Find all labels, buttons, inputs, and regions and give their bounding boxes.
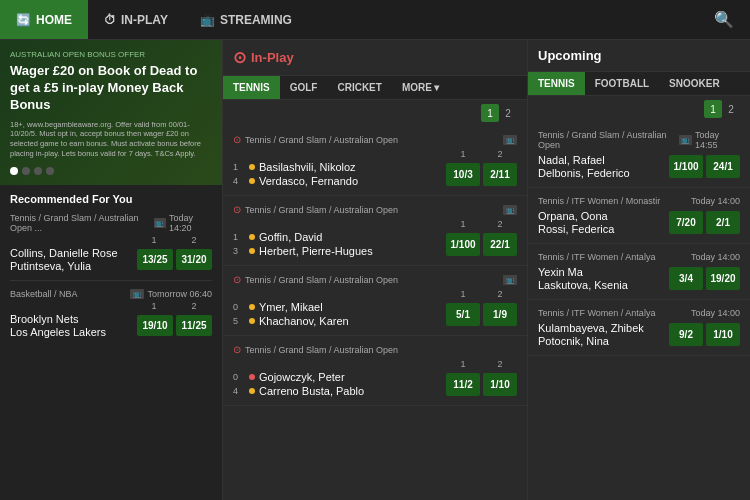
center-page-2[interactable]: 2 (499, 104, 517, 122)
center-match-3: ⊙ Tennis / Grand Slam / Australian Open … (223, 266, 527, 336)
center-col-4: 2 (483, 219, 517, 229)
right-match-1: Tennis / Grand Slam / Australian Open 📺 … (528, 122, 750, 188)
center-match-2-odd-1[interactable]: 1/100 (446, 233, 480, 256)
right-match-3-league: Tennis / ITF Women / Antalya (538, 252, 655, 262)
right-match-4-odds: 9/2 1/10 (669, 323, 740, 346)
right-match-4-odd-1[interactable]: 9/2 (669, 323, 703, 346)
c3-dot-1 (249, 304, 255, 310)
rec-match-1-col-labels: 1 2 (10, 235, 212, 245)
promo-dots (10, 167, 212, 175)
nav-streaming[interactable]: 📺 STREAMING (184, 0, 308, 39)
center-match-4-meta: ⊙ Tennis / Grand Slam / Australian Open (233, 344, 517, 355)
promo-dot-3[interactable] (34, 167, 42, 175)
right-match-2: Tennis / ITF Women / Monastir Today 14:0… (528, 188, 750, 244)
rec-match-2-teams: Brooklyn Nets Los Angeles Lakers (10, 313, 137, 338)
center-match-1-odd-2[interactable]: 2/11 (483, 163, 517, 186)
rec-match-1-odd-1[interactable]: 13/25 (137, 249, 173, 270)
col-label-2: 2 (176, 235, 212, 245)
right-page-2[interactable]: 2 (722, 100, 740, 118)
center-tab-cricket[interactable]: CRICKET (327, 76, 391, 99)
rec-match-2: Basketball / NBA 📺 Tomorrow 06:40 1 2 Br… (10, 289, 212, 338)
right-match-3-odd-1[interactable]: 3/4 (669, 267, 703, 290)
right-match-4-league: Tennis / ITF Women / Antalya (538, 308, 655, 318)
right-tab-tennis[interactable]: TENNIS (528, 72, 585, 95)
center-match-3-meta: ⊙ Tennis / Grand Slam / Australian Open … (233, 274, 517, 285)
center-match-2-team2-row: 3 Herbert, Pierre-Hugues (233, 245, 446, 257)
center-page-nums: 1 2 (223, 100, 527, 126)
center-match-1-team2: Verdasco, Fernando (259, 175, 358, 187)
right-match-1-odd-1[interactable]: 1/100 (669, 155, 703, 178)
center-match-3-team1: Ymer, Mikael (259, 301, 323, 313)
nav-home[interactable]: 🔄 HOME (0, 0, 88, 39)
rec-match-2-col-labels: 1 2 (10, 301, 212, 311)
right-match-3-odds: 3/4 19/20 (669, 267, 740, 290)
set-score-2: 4 (233, 176, 245, 186)
c3-set-1: 0 (233, 302, 245, 312)
center-match-2-team1: Goffin, David (259, 231, 322, 243)
search-button[interactable]: 🔍 (698, 10, 750, 29)
promo-dot-2[interactable] (22, 167, 30, 175)
center-match-2-league: Tennis / Grand Slam / Australian Open (245, 205, 398, 215)
center-match-1-odd-1[interactable]: 10/3 (446, 163, 480, 186)
tv-icon: 📺 (154, 218, 166, 228)
right-match-2-teams: Orpana, Oona Rossi, Federica (538, 210, 669, 235)
right-match-2-odd-1[interactable]: 7/20 (669, 211, 703, 234)
center-tab-more[interactable]: MORE ▾ (392, 76, 449, 99)
live-dot-1: ⊙ (233, 134, 241, 145)
center-match-4-odd-1[interactable]: 11/2 (446, 373, 480, 396)
center-col-7: 1 (446, 359, 480, 369)
right-match-4-time: Today 14:00 (691, 308, 740, 318)
center-match-2-row: 1 Goffin, David 3 Herbert, Pierre-Hugues… (233, 231, 517, 257)
rec-match-1-odd-2[interactable]: 31/20 (176, 249, 212, 270)
center-header: ⊙ In-Play (223, 40, 527, 76)
rec-match-1-meta: Tennis / Grand Slam / Australian Open ..… (10, 213, 212, 233)
c3-dot-2 (249, 318, 255, 324)
center-match-1-team1-row: 1 Basilashvili, Nikoloz (233, 161, 446, 173)
promo-dot-4[interactable] (46, 167, 54, 175)
right-header: Upcoming (528, 40, 750, 72)
center-match-2-odd-2[interactable]: 22/1 (483, 233, 517, 256)
rec-match-1-odds: 13/25 31/20 (137, 249, 212, 270)
right-tab-football[interactable]: FOOTBALL (585, 72, 659, 95)
center-match-4-odd-2[interactable]: 1/10 (483, 373, 517, 396)
center-tab-golf[interactable]: GOLF (280, 76, 328, 99)
search-icon: 🔍 (714, 11, 734, 28)
right-tab-snooker[interactable]: SNOOKER (659, 72, 730, 95)
right-match-2-time: Today 14:00 (691, 196, 740, 206)
right-match-1-team2: Delbonis, Federico (538, 167, 669, 179)
right-match-2-odd-2[interactable]: 2/1 (706, 211, 740, 234)
right-page-1[interactable]: 1 (704, 100, 722, 118)
right-match-1-league: Tennis / Grand Slam / Australian Open (538, 130, 679, 150)
tv-icon-2: 📺 (130, 289, 144, 299)
main-layout: AUSTRALIAN OPEN BONUS OFFER Wager £20 on… (0, 40, 750, 500)
nav-inplay[interactable]: ⏱ IN-PLAY (88, 0, 184, 39)
live-dot-2: ⊙ (233, 204, 241, 215)
center-match-3-odd-2[interactable]: 1/9 (483, 303, 517, 326)
rec-match-1-team1: Collins, Danielle Rose (10, 247, 137, 259)
promo-dot-1[interactable] (10, 167, 18, 175)
rec-match-1-team2: Putintseva, Yulia (10, 260, 137, 272)
center-match-1-team1: Basilashvili, Nikoloz (259, 161, 356, 173)
col-label-4: 2 (176, 301, 212, 311)
rec-match-2-odd-2[interactable]: 11/25 (176, 315, 212, 336)
dot-team2 (249, 178, 255, 184)
center-match-1: ⊙ Tennis / Grand Slam / Australian Open … (223, 126, 527, 196)
center-match-3-odd-1[interactable]: 5/1 (446, 303, 480, 326)
rec-match-2-odd-1[interactable]: 19/10 (137, 315, 173, 336)
right-match-4-meta: Tennis / ITF Women / Antalya Today 14:00 (538, 308, 740, 318)
center-match-3-team2-row: 5 Khachanov, Karen (233, 315, 446, 327)
c2-set-1: 1 (233, 232, 245, 242)
right-match-4-odd-2[interactable]: 1/10 (706, 323, 740, 346)
center-match-3-odds: 5/1 1/9 (446, 303, 517, 326)
center-page-1[interactable]: 1 (481, 104, 499, 122)
right-match-4: Tennis / ITF Women / Antalya Today 14:00… (528, 300, 750, 356)
right-match-3-odd-2[interactable]: 19/20 (706, 267, 740, 290)
right-match-3-meta: Tennis / ITF Women / Antalya Today 14:00 (538, 252, 740, 262)
c3-set-2: 5 (233, 316, 245, 326)
rec-match-2-time-tv: 📺 Tomorrow 06:40 (130, 289, 212, 299)
center-match-2-tv: 📺 (503, 205, 517, 215)
home-icon: 🔄 (16, 13, 31, 27)
center-tab-tennis[interactable]: TENNIS (223, 76, 280, 99)
right-match-1-odd-2[interactable]: 24/1 (706, 155, 740, 178)
center-match-3-team1-row: 0 Ymer, Mikael (233, 301, 446, 313)
